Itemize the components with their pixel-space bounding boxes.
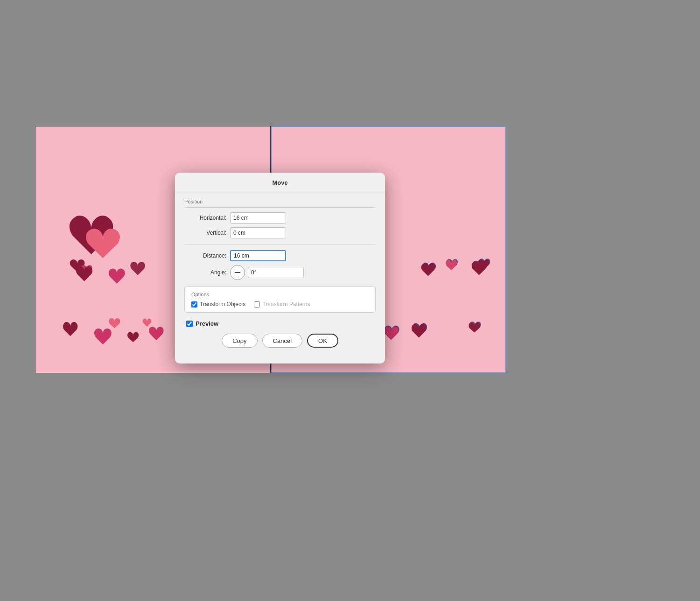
- angle-dial[interactable]: [230, 265, 245, 280]
- distance-row: Distance:: [184, 250, 376, 261]
- position-section-label: Position: [184, 199, 376, 208]
- copy-button[interactable]: Copy: [222, 334, 257, 348]
- vertical-input[interactable]: [230, 227, 286, 238]
- ok-button[interactable]: OK: [307, 334, 338, 348]
- transform-patterns-label: Transform Patterns: [262, 301, 310, 307]
- options-checkboxes: Transform Objects Transform Patterns: [191, 301, 369, 307]
- options-section: Options Transform Objects Transform Patt…: [184, 287, 376, 313]
- move-dialog: Move Position Horizontal: Vertical: Dist…: [175, 173, 385, 363]
- options-label: Options: [191, 292, 369, 297]
- transform-objects-label: Transform Objects: [200, 301, 245, 307]
- cancel-button[interactable]: Cancel: [262, 334, 302, 348]
- dialog-titlebar: Move: [175, 173, 385, 191]
- transform-patterns-item: Transform Patterns: [254, 301, 310, 307]
- transform-objects-item: Transform Objects: [191, 301, 245, 307]
- angle-label: Angle:: [184, 269, 226, 276]
- preview-label: Preview: [196, 320, 218, 327]
- dialog-title: Move: [272, 179, 287, 186]
- transform-objects-checkbox[interactable]: [191, 301, 197, 307]
- distance-label: Distance:: [184, 252, 226, 259]
- vertical-label: Vertical:: [184, 230, 226, 236]
- dialog-body: Position Horizontal: Vertical: Distance:…: [175, 191, 385, 363]
- preview-checkbox[interactable]: [186, 321, 193, 327]
- horizontal-row: Horizontal:: [184, 212, 376, 224]
- separator: [184, 244, 376, 245]
- distance-input[interactable]: [230, 250, 286, 261]
- vertical-row: Vertical:: [184, 227, 376, 238]
- angle-dial-indicator: [235, 272, 240, 273]
- horizontal-input[interactable]: [230, 212, 286, 224]
- transform-patterns-checkbox[interactable]: [254, 301, 260, 307]
- button-row: Copy Cancel OK: [184, 334, 376, 348]
- horizontal-label: Horizontal:: [184, 215, 226, 221]
- preview-row: Preview: [184, 320, 376, 327]
- angle-row: Angle:: [184, 265, 376, 280]
- angle-input[interactable]: [248, 267, 304, 278]
